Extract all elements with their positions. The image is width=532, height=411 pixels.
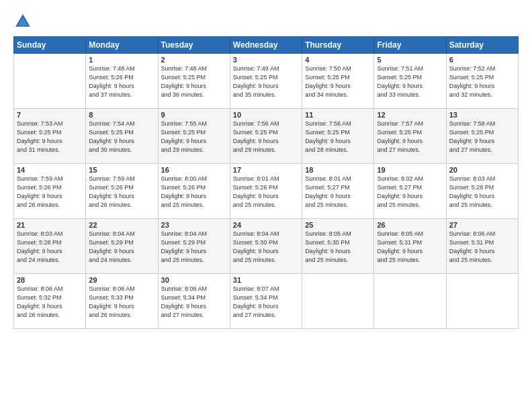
day-number: 24 (233, 221, 299, 229)
day-number: 5 (377, 56, 443, 64)
calendar-cell: 11Sunrise: 7:56 AM Sunset: 5:25 PM Dayli… (302, 109, 374, 164)
day-number: 18 (305, 166, 371, 174)
week-row-3: 14Sunrise: 7:59 AM Sunset: 5:26 PM Dayli… (14, 164, 519, 219)
day-info: Sunrise: 8:06 AM Sunset: 5:33 PM Dayligh… (89, 285, 154, 320)
day-number: 26 (377, 221, 443, 229)
day-info: Sunrise: 7:59 AM Sunset: 5:26 PM Dayligh… (17, 175, 83, 210)
day-info: Sunrise: 8:01 AM Sunset: 5:26 PM Dayligh… (233, 175, 299, 210)
day-number: 28 (17, 276, 83, 284)
day-info: Sunrise: 7:57 AM Sunset: 5:25 PM Dayligh… (377, 120, 443, 154)
day-number: 15 (89, 166, 154, 174)
day-info: Sunrise: 7:53 AM Sunset: 5:25 PM Dayligh… (17, 120, 83, 154)
page-container: SundayMondayTuesdayWednesdayThursdayFrid… (0, 0, 532, 411)
day-info: Sunrise: 7:54 AM Sunset: 5:25 PM Dayligh… (89, 120, 154, 154)
day-info: Sunrise: 8:00 AM Sunset: 5:26 PM Dayligh… (161, 175, 227, 210)
calendar-cell: 5Sunrise: 7:51 AM Sunset: 5:25 PM Daylig… (374, 54, 446, 109)
day-number: 9 (161, 111, 227, 119)
day-number: 22 (89, 221, 154, 229)
calendar-cell: 16Sunrise: 8:00 AM Sunset: 5:26 PM Dayli… (158, 164, 230, 219)
week-row-4: 21Sunrise: 8:03 AM Sunset: 5:28 PM Dayli… (14, 219, 519, 274)
calendar-cell: 31Sunrise: 8:07 AM Sunset: 5:34 PM Dayli… (230, 274, 302, 329)
logo-icon (13, 12, 32, 31)
day-info: Sunrise: 8:05 AM Sunset: 5:31 PM Dayligh… (377, 230, 443, 265)
day-info: Sunrise: 8:04 AM Sunset: 5:29 PM Dayligh… (161, 230, 227, 265)
calendar-cell: 25Sunrise: 8:05 AM Sunset: 5:30 PM Dayli… (302, 219, 374, 274)
day-number: 8 (89, 111, 154, 119)
day-number: 13 (449, 111, 515, 119)
page-header (13, 12, 519, 31)
calendar-cell: 3Sunrise: 7:49 AM Sunset: 5:25 PM Daylig… (230, 54, 302, 109)
calendar-cell (14, 54, 86, 109)
day-info: Sunrise: 7:49 AM Sunset: 5:25 PM Dayligh… (233, 64, 299, 99)
day-info: Sunrise: 7:55 AM Sunset: 5:25 PM Dayligh… (161, 120, 227, 154)
calendar-cell: 20Sunrise: 8:03 AM Sunset: 5:28 PM Dayli… (446, 164, 518, 219)
day-number: 30 (161, 276, 227, 284)
day-number: 7 (17, 111, 83, 119)
day-header-monday: Monday (86, 37, 158, 54)
day-info: Sunrise: 8:04 AM Sunset: 5:30 PM Dayligh… (233, 230, 299, 265)
day-header-thursday: Thursday (302, 37, 374, 54)
calendar-cell: 23Sunrise: 8:04 AM Sunset: 5:29 PM Dayli… (158, 219, 230, 274)
day-header-friday: Friday (374, 37, 446, 54)
calendar-cell: 22Sunrise: 8:04 AM Sunset: 5:29 PM Dayli… (86, 219, 158, 274)
calendar-cell: 18Sunrise: 8:01 AM Sunset: 5:27 PM Dayli… (302, 164, 374, 219)
day-number: 23 (161, 221, 227, 229)
day-info: Sunrise: 7:59 AM Sunset: 5:26 PM Dayligh… (89, 175, 154, 210)
day-info: Sunrise: 7:51 AM Sunset: 5:25 PM Dayligh… (377, 64, 443, 99)
day-number: 14 (17, 166, 83, 174)
day-number: 19 (377, 166, 443, 174)
day-number: 6 (449, 56, 515, 64)
calendar-cell: 12Sunrise: 7:57 AM Sunset: 5:25 PM Dayli… (374, 109, 446, 164)
calendar-cell: 28Sunrise: 8:06 AM Sunset: 5:32 PM Dayli… (14, 274, 86, 329)
calendar-cell: 19Sunrise: 8:02 AM Sunset: 5:27 PM Dayli… (374, 164, 446, 219)
day-info: Sunrise: 7:50 AM Sunset: 5:25 PM Dayligh… (305, 64, 371, 99)
calendar-cell (302, 274, 374, 329)
day-number: 4 (305, 56, 371, 64)
day-info: Sunrise: 8:03 AM Sunset: 5:28 PM Dayligh… (17, 230, 83, 265)
calendar-cell: 6Sunrise: 7:52 AM Sunset: 5:25 PM Daylig… (446, 54, 518, 109)
calendar-cell (374, 274, 446, 329)
calendar-cell: 13Sunrise: 7:58 AM Sunset: 5:25 PM Dayli… (446, 109, 518, 164)
day-number: 16 (161, 166, 227, 174)
day-header-sunday: Sunday (14, 37, 86, 54)
day-number: 1 (89, 56, 154, 64)
calendar-cell: 2Sunrise: 7:48 AM Sunset: 5:25 PM Daylig… (158, 54, 230, 109)
day-info: Sunrise: 7:48 AM Sunset: 5:26 PM Dayligh… (89, 64, 154, 99)
week-row-2: 7Sunrise: 7:53 AM Sunset: 5:25 PM Daylig… (14, 109, 519, 164)
calendar-cell (446, 274, 518, 329)
day-header-saturday: Saturday (446, 37, 518, 54)
day-info: Sunrise: 8:01 AM Sunset: 5:27 PM Dayligh… (305, 175, 371, 210)
day-header-tuesday: Tuesday (158, 37, 230, 54)
day-number: 20 (449, 166, 515, 174)
day-info: Sunrise: 8:02 AM Sunset: 5:27 PM Dayligh… (377, 175, 443, 210)
day-number: 27 (449, 221, 515, 229)
calendar-cell: 9Sunrise: 7:55 AM Sunset: 5:25 PM Daylig… (158, 109, 230, 164)
calendar-cell: 7Sunrise: 7:53 AM Sunset: 5:25 PM Daylig… (14, 109, 86, 164)
day-info: Sunrise: 7:56 AM Sunset: 5:25 PM Dayligh… (233, 120, 299, 154)
day-info: Sunrise: 8:04 AM Sunset: 5:29 PM Dayligh… (89, 230, 154, 265)
day-number: 29 (89, 276, 154, 284)
day-info: Sunrise: 8:07 AM Sunset: 5:34 PM Dayligh… (233, 285, 299, 320)
calendar-cell: 1Sunrise: 7:48 AM Sunset: 5:26 PM Daylig… (86, 54, 158, 109)
day-number: 21 (17, 221, 83, 229)
week-row-5: 28Sunrise: 8:06 AM Sunset: 5:32 PM Dayli… (14, 274, 519, 329)
calendar-cell: 10Sunrise: 7:56 AM Sunset: 5:25 PM Dayli… (230, 109, 302, 164)
day-number: 10 (233, 111, 299, 119)
calendar-cell: 29Sunrise: 8:06 AM Sunset: 5:33 PM Dayli… (86, 274, 158, 329)
day-header-wednesday: Wednesday (230, 37, 302, 54)
calendar-header-row: SundayMondayTuesdayWednesdayThursdayFrid… (14, 37, 519, 54)
calendar-cell: 4Sunrise: 7:50 AM Sunset: 5:25 PM Daylig… (302, 54, 374, 109)
day-info: Sunrise: 8:03 AM Sunset: 5:28 PM Dayligh… (449, 175, 515, 210)
logo (13, 12, 35, 31)
day-number: 31 (233, 276, 299, 284)
calendar-table: SundayMondayTuesdayWednesdayThursdayFrid… (13, 36, 519, 329)
day-info: Sunrise: 7:52 AM Sunset: 5:25 PM Dayligh… (449, 64, 515, 99)
day-info: Sunrise: 8:06 AM Sunset: 5:31 PM Dayligh… (449, 230, 515, 265)
calendar-cell: 30Sunrise: 8:06 AM Sunset: 5:34 PM Dayli… (158, 274, 230, 329)
calendar-cell: 27Sunrise: 8:06 AM Sunset: 5:31 PM Dayli… (446, 219, 518, 274)
day-number: 12 (377, 111, 443, 119)
calendar-cell: 24Sunrise: 8:04 AM Sunset: 5:30 PM Dayli… (230, 219, 302, 274)
day-number: 3 (233, 56, 299, 64)
day-info: Sunrise: 7:56 AM Sunset: 5:25 PM Dayligh… (305, 120, 371, 154)
calendar-cell: 14Sunrise: 7:59 AM Sunset: 5:26 PM Dayli… (14, 164, 86, 219)
